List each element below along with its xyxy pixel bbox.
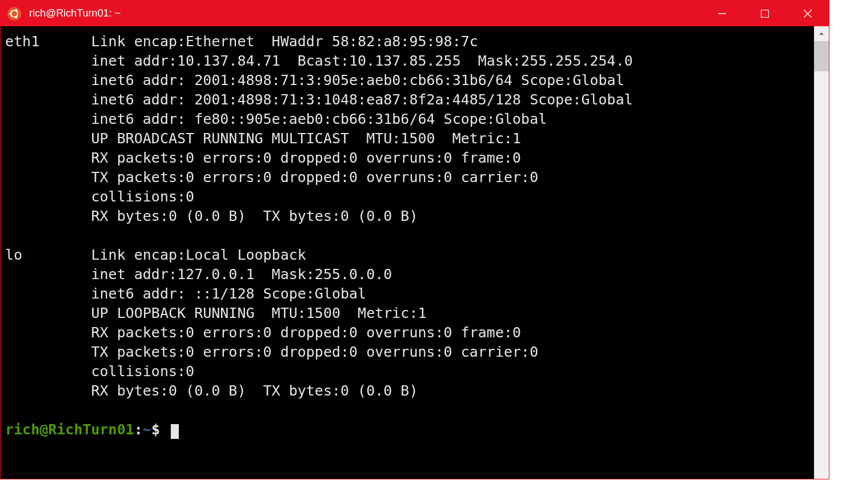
terminal-body: eth1 Link encap:Ethernet HWaddr 58:82:a8… xyxy=(1,26,829,479)
minimize-icon xyxy=(718,10,726,18)
terminal-output: eth1 Link encap:Ethernet HWaddr 58:82:a8… xyxy=(5,33,633,399)
ubuntu-icon xyxy=(7,7,21,21)
terminal-window: rich@RichTurn01: ~ eth1 Link xyxy=(0,0,829,479)
scrollbar-thumb[interactable] xyxy=(814,41,829,71)
close-button[interactable] xyxy=(786,1,829,26)
terminal-cursor xyxy=(171,424,179,439)
prompt-path: ~ xyxy=(143,421,151,438)
window-titlebar[interactable]: rich@RichTurn01: ~ xyxy=(1,1,829,26)
maximize-button[interactable] xyxy=(743,1,786,26)
svg-rect-5 xyxy=(761,10,768,17)
scrollbar-up-button[interactable] xyxy=(814,26,829,41)
minimize-button[interactable] xyxy=(700,1,743,26)
scrollbar-track[interactable] xyxy=(814,41,829,479)
prompt-dollar: $ xyxy=(151,421,169,438)
window-title: rich@RichTurn01: ~ xyxy=(29,7,121,19)
maximize-icon xyxy=(761,10,769,18)
vertical-scrollbar[interactable] xyxy=(814,26,829,479)
terminal-content[interactable]: eth1 Link encap:Ethernet HWaddr 58:82:a8… xyxy=(1,26,814,479)
titlebar-left: rich@RichTurn01: ~ xyxy=(1,7,700,21)
prompt-colon: : xyxy=(134,421,143,438)
prompt-user-host: rich@RichTurn01 xyxy=(5,421,134,438)
close-icon xyxy=(804,10,812,18)
window-controls xyxy=(700,1,829,26)
chevron-up-icon xyxy=(819,31,824,37)
svg-rect-4 xyxy=(718,13,726,14)
